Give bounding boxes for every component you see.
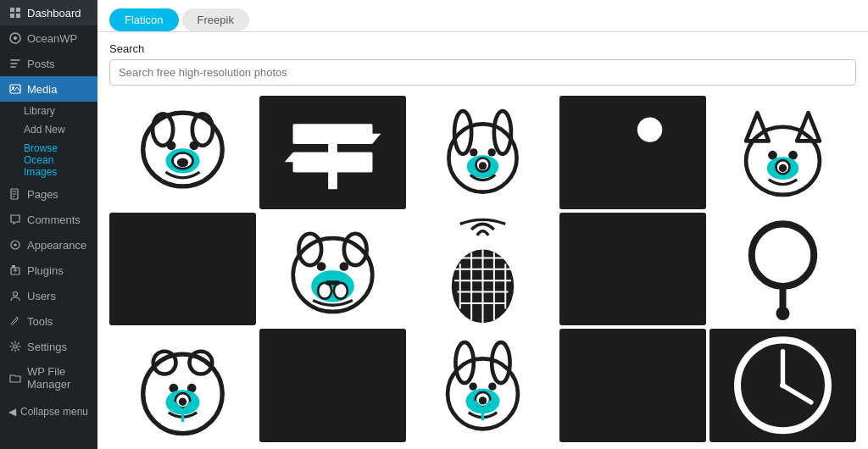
grid-item-cat[interactable] <box>709 96 856 209</box>
tab-bar: Flaticon Freepik <box>97 0 868 32</box>
sidebar-item-appearance[interactable]: Appearance <box>0 232 97 258</box>
sidebar-item-plugins[interactable]: Plugins <box>0 258 97 283</box>
grid-item-dog[interactable] <box>109 96 256 209</box>
svg-point-21 <box>177 158 188 168</box>
search-area: Search <box>97 32 868 92</box>
plugins-icon <box>8 263 22 277</box>
grid-item-bookmark[interactable] <box>259 329 406 442</box>
grid-item-vimeo[interactable] <box>559 213 706 326</box>
filemanager-icon <box>8 371 22 385</box>
sidebar-label-pages: Pages <box>27 188 58 201</box>
sidebar-item-settings[interactable]: Settings <box>0 334 97 359</box>
svg-rect-92 <box>587 341 678 431</box>
posts-icon <box>8 57 22 70</box>
collapse-menu[interactable]: ◀ Collapse menu <box>0 400 97 424</box>
svg-point-12 <box>14 292 18 297</box>
settings-icon <box>8 340 22 353</box>
svg-point-67 <box>752 224 815 286</box>
svg-rect-1 <box>16 8 20 12</box>
grid-item-shape[interactable] <box>559 96 706 209</box>
grid-item-signs[interactable] <box>259 96 406 209</box>
sidebar-sub-addnew[interactable]: Add New <box>0 120 97 139</box>
svg-rect-26 <box>328 144 337 189</box>
svg-point-69 <box>776 307 789 320</box>
sidebar-label-dashboard: Dashboard <box>27 7 81 19</box>
dashboard-icon <box>8 6 22 19</box>
svg-point-52 <box>311 270 354 302</box>
sidebar-label-users: Users <box>27 290 56 302</box>
svg-marker-23 <box>293 124 381 143</box>
svg-line-96 <box>783 385 811 402</box>
svg-point-84 <box>469 383 476 391</box>
sidebar-label-appearance: Appearance <box>27 239 86 252</box>
sidebar-sub-library[interactable]: Library <box>0 102 97 120</box>
sidebar-item-comments[interactable]: Comments <box>0 207 97 232</box>
sidebar-label-settings: Settings <box>27 341 67 353</box>
sidebar-label-tools: Tools <box>27 315 53 328</box>
grid-item-stethoscope[interactable] <box>709 213 856 326</box>
sidebar-item-dashboard[interactable]: Dashboard <box>0 0 97 25</box>
sidebar-item-users[interactable]: Users <box>0 283 97 308</box>
collapse-icon: ◀ <box>8 406 16 418</box>
svg-point-36 <box>637 117 662 141</box>
svg-rect-2 <box>10 14 14 18</box>
tab-freepik[interactable]: Freepik <box>182 8 249 31</box>
pages-icon <box>8 187 22 201</box>
svg-point-85 <box>488 383 496 391</box>
svg-point-7 <box>12 86 14 89</box>
search-input[interactable] <box>109 59 856 86</box>
svg-point-13 <box>14 345 17 348</box>
comments-icon <box>8 213 22 226</box>
sidebar-label-wpfilemanager: WP File Manager <box>27 365 89 391</box>
sidebar-label-media: Media <box>27 83 57 96</box>
grid-item-clock[interactable] <box>709 329 856 442</box>
sidebar-item-tools[interactable]: Tools <box>0 308 97 334</box>
sidebar-label-posts: Posts <box>27 58 55 70</box>
svg-point-18 <box>190 141 199 150</box>
main-content: Flaticon Freepik Search <box>97 0 868 449</box>
svg-rect-55 <box>326 280 339 285</box>
grid-item-bear-circle[interactable] <box>109 329 256 442</box>
sidebar-label-comments: Comments <box>27 213 81 226</box>
collapse-label: Collapse menu <box>20 406 88 418</box>
svg-point-34 <box>479 162 487 169</box>
sidebar-browse-ocean-images[interactable]: Browse Ocean Images <box>0 139 97 181</box>
svg-rect-0 <box>10 8 14 12</box>
svg-point-30 <box>470 148 477 156</box>
svg-point-45 <box>779 164 787 172</box>
svg-point-5 <box>14 36 17 40</box>
sidebar-item-oceanwp[interactable]: OceanWP <box>0 25 97 51</box>
oceanwp-icon <box>8 31 22 45</box>
grid-item-arrow[interactable] <box>109 213 256 326</box>
svg-rect-37 <box>587 158 678 198</box>
sidebar-item-pages[interactable]: Pages <box>0 181 97 207</box>
svg-point-50 <box>317 262 326 271</box>
grid-item-squirrel2[interactable] <box>409 329 556 442</box>
grid-item-bulldog[interactable] <box>259 213 406 326</box>
sidebar-item-wpfilemanager[interactable]: WP File Manager <box>0 359 97 396</box>
tab-flaticon[interactable]: Flaticon <box>109 8 179 31</box>
grid-item-squirrel[interactable] <box>409 96 556 209</box>
image-grid <box>97 92 868 449</box>
appearance-icon <box>8 238 22 252</box>
svg-point-54 <box>334 283 348 299</box>
svg-rect-3 <box>16 14 20 18</box>
grid-item-black-square[interactable] <box>559 329 706 442</box>
sidebar-label-plugins: Plugins <box>27 264 64 277</box>
sidebar-item-media[interactable]: Media <box>0 76 97 102</box>
svg-marker-46 <box>143 224 223 314</box>
svg-point-51 <box>340 262 349 271</box>
sidebar-item-posts[interactable]: Posts <box>0 51 97 76</box>
svg-point-17 <box>167 141 176 150</box>
tools-icon <box>8 314 22 328</box>
search-label: Search <box>109 42 856 55</box>
svg-point-31 <box>488 148 496 156</box>
sidebar: Dashboard OceanWP Posts Media Library Ad… <box>0 0 97 449</box>
media-icon <box>8 82 22 96</box>
grid-item-pineapple[interactable] <box>409 213 556 326</box>
users-icon <box>8 289 22 302</box>
svg-point-53 <box>318 283 331 299</box>
svg-point-77 <box>179 398 186 406</box>
sidebar-label-oceanwp: OceanWP <box>27 32 77 45</box>
svg-point-88 <box>479 397 487 405</box>
